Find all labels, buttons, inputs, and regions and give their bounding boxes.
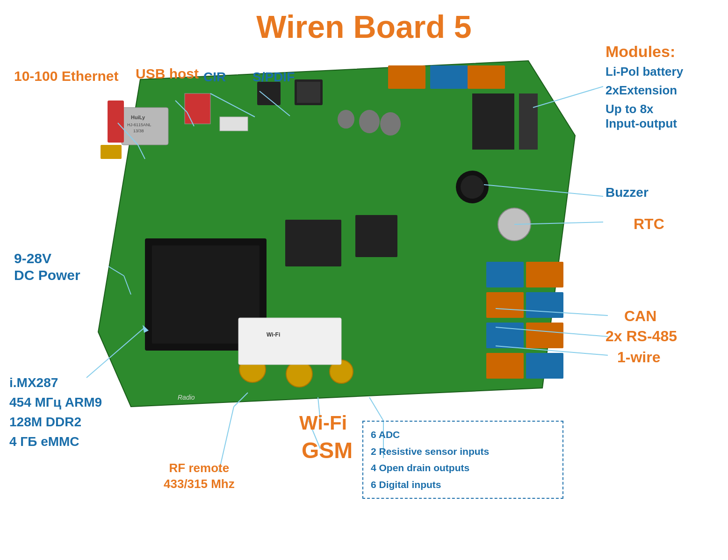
dc-power-text: 9-28VDC Power [14,251,80,283]
svg-rect-21 [145,238,267,351]
dc-power-label: 9-28VDC Power [14,250,80,284]
svg-line-44 [175,101,187,112]
cir-label: CIR [203,69,226,85]
adc-text: 6 ADC 2 Resistive sensor inputs 4 Open d… [371,426,555,493]
svg-line-60 [86,327,145,378]
gsm-label: GSM [302,437,353,464]
svg-marker-0 [98,61,575,407]
rs485-text: 2x RS-485 [605,328,677,345]
usb-host-text: USB host [136,66,199,81]
page-title: Wiren Board 5 [256,8,471,45]
cir-text: CIR [203,70,226,84]
can-text: CAN [624,308,656,324]
ethernet-text: 10-100 Ethernet [14,68,118,84]
svg-rect-17 [519,93,538,150]
svg-rect-5 [108,101,124,143]
svg-text:Wi-Fi: Wi-Fi [267,331,280,338]
spdif-label: S/PDIF [252,69,295,85]
svg-rect-24 [355,215,397,257]
extension-label: 2xExtension [605,83,677,98]
svg-line-50 [533,86,603,108]
svg-rect-13 [388,65,425,89]
rs485-label: 2x RS-485 [605,327,677,345]
svg-line-47 [259,91,290,116]
svg-rect-31 [486,292,524,318]
svg-text:HJ-6115ANL: HJ-6115ANL [127,122,151,127]
can-label: CAN [624,307,656,325]
svg-point-20 [380,112,401,136]
svg-rect-1 [122,108,168,145]
rtc-text: RTC [634,215,664,232]
rf-remote-label: RF remote433/315 Mhz [164,460,235,492]
svg-rect-14 [430,65,468,89]
wifi-label: Wi-Fi [299,411,347,435]
svg-rect-33 [486,353,524,379]
svg-line-49 [124,276,131,294]
one-wire-text: 1-wire [617,349,660,366]
spdif-text: S/PDIF [252,70,295,84]
svg-line-63 [369,397,383,421]
svg-rect-12 [297,82,320,103]
svg-rect-32 [486,323,524,348]
svg-point-27 [330,360,353,383]
svg-point-19 [359,110,380,133]
svg-rect-9 [220,117,248,131]
input-output-label: Up to 8xInput-output [605,102,677,131]
buzzer-label: Buzzer [605,185,649,201]
svg-line-46 [210,93,255,117]
svg-line-45 [187,112,194,126]
ethernet-label: 10-100 Ethernet [14,68,118,85]
svg-rect-36 [526,323,563,348]
svg-text:HuiLy: HuiLy [131,115,145,120]
svg-line-53 [496,309,608,316]
svg-line-54 [496,327,608,337]
gsm-text: GSM [302,438,353,463]
svg-point-39 [456,171,489,203]
svg-point-38 [498,208,531,241]
svg-rect-28 [238,318,341,365]
svg-rect-23 [285,220,341,266]
svg-line-55 [496,346,608,355]
buzzer-text: Buzzer [605,185,649,200]
svg-marker-61 [143,325,149,333]
svg-rect-30 [486,262,524,287]
input-output-text: Up to 8xInput-output [605,102,677,130]
svg-text:13/38: 13/38 [133,129,144,133]
rf-remote-text: RF remote433/315 Mhz [164,461,235,491]
svg-rect-6 [101,145,122,159]
svg-rect-34 [526,262,563,287]
svg-point-40 [461,175,484,199]
svg-point-25 [239,356,266,382]
svg-rect-10 [257,82,281,105]
lipol-text: Li-Pol battery [605,65,683,79]
svg-rect-37 [526,353,563,379]
rtc-label: RTC [634,215,664,233]
svg-rect-35 [526,292,563,318]
svg-line-43 [138,145,145,159]
svg-rect-11 [295,79,323,105]
svg-text:Radio: Radio [178,394,195,401]
svg-point-18 [338,110,354,129]
cpu-label: i.MX287454 МГц ARM9128M DDR24 ГБ eMMC [9,373,102,452]
adc-box: 6 ADC 2 Resistive sensor inputs 4 Open d… [362,421,563,499]
wifi-text: Wi-Fi [299,412,347,434]
lipol-label: Li-Pol battery [605,65,683,79]
svg-line-52 [514,222,603,224]
svg-rect-22 [152,245,259,344]
svg-line-51 [484,185,603,196]
modules-title-text: Modules: [605,43,675,60]
svg-line-48 [108,266,124,276]
one-wire-label: 1-wire [617,348,660,366]
svg-rect-7 [185,93,210,124]
svg-line-42 [118,123,138,145]
svg-rect-15 [468,65,505,89]
svg-point-26 [286,361,312,387]
usb-host-label: USB host [136,65,199,82]
modules-title-label: Modules: [605,42,675,61]
svg-rect-16 [472,93,514,150]
svg-line-59 [234,393,248,407]
extension-text: 2xExtension [605,83,677,97]
cpu-text: i.MX287454 МГц ARM9128M DDR24 ГБ eMMC [9,375,102,449]
svg-rect-8 [185,93,210,124]
